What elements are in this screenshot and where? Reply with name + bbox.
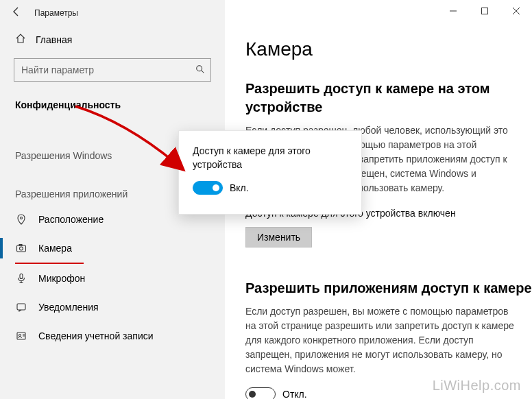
maximize-button[interactable] (469, 0, 500, 22)
search-icon (195, 64, 205, 76)
svg-point-0 (197, 65, 202, 71)
device-access-toggle[interactable] (193, 181, 223, 195)
svg-line-1 (202, 70, 204, 73)
sidebar-item-label: Камера (38, 243, 72, 254)
back-button[interactable] (5, 6, 27, 21)
search-input[interactable] (14, 58, 211, 82)
microphone-icon (15, 273, 27, 284)
sidebar-item-account-info[interactable]: Сведения учетной записи (0, 322, 225, 350)
popup-title: Доступ к камере для этого устройства (193, 145, 348, 171)
account-info-icon (15, 330, 27, 341)
home-icon (15, 33, 26, 46)
apps-access-toggle-label: Откл. (282, 389, 307, 399)
svg-point-4 (20, 247, 23, 250)
svg-rect-6 (20, 274, 23, 279)
sidebar-item-notifications[interactable]: Уведомления (0, 293, 225, 322)
section-allow-device-title: Разрешить доступ к камере на этом устрой… (245, 80, 532, 117)
device-access-toggle-label: Вкл. (230, 182, 249, 193)
sidebar-section-privacy: Конфиденциальность (0, 94, 225, 116)
location-icon (15, 214, 27, 225)
sidebar-item-camera[interactable]: Камера (0, 234, 225, 263)
watermark: LiWiHelp.com (433, 378, 521, 394)
window-title: Параметры (34, 8, 78, 18)
svg-point-9 (19, 334, 21, 336)
sidebar-item-label: Уведомления (38, 302, 99, 313)
svg-rect-13 (482, 8, 488, 14)
change-button[interactable]: Изменить (245, 227, 312, 247)
notifications-icon (15, 302, 27, 313)
apps-access-toggle[interactable] (245, 387, 276, 399)
sidebar-item-label: Сведения учетной записи (38, 330, 154, 341)
sidebar-item-label: Расположение (38, 214, 104, 225)
search-field[interactable] (21, 64, 195, 75)
page-title: Камера (245, 38, 532, 60)
home-label: Главная (36, 34, 72, 45)
sidebar-item-microphone[interactable]: Микрофон (0, 264, 225, 293)
svg-point-2 (21, 217, 23, 219)
section-allow-apps-body: Если доступ разрешен, вы можете с помощь… (245, 304, 520, 376)
svg-rect-3 (17, 245, 26, 252)
camera-icon (15, 243, 27, 254)
svg-rect-7 (17, 304, 25, 310)
minimize-button[interactable] (437, 0, 469, 22)
section-allow-apps-title: Разрешить приложениям доступ к камере (245, 279, 532, 298)
sidebar-item-home[interactable]: Главная (0, 26, 225, 51)
close-button[interactable] (500, 0, 532, 22)
sidebar-item-label: Микрофон (38, 273, 85, 284)
device-access-popup: Доступ к камере для этого устройства Вкл… (178, 130, 362, 215)
window-controls (437, 0, 532, 22)
